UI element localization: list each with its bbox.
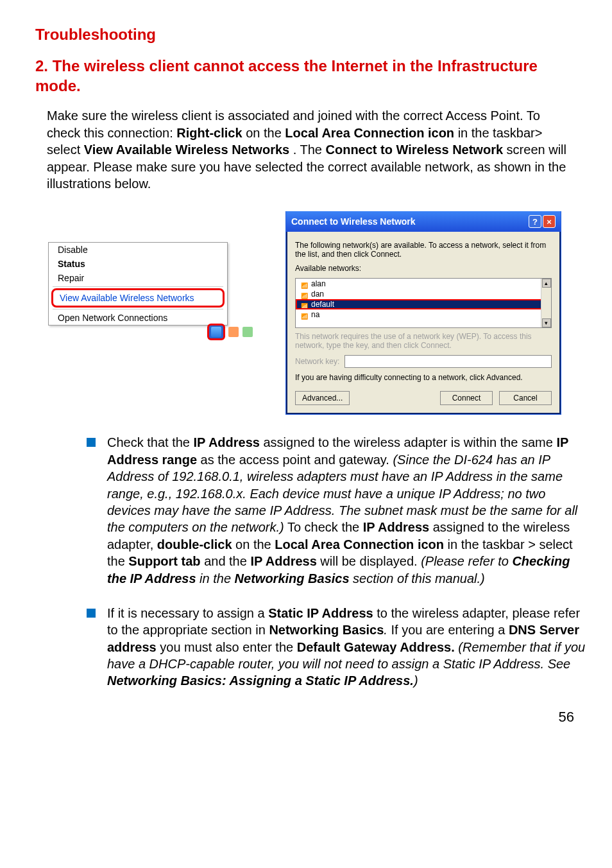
networks-listbox[interactable]: alan dan default na ▴ ▾: [295, 278, 552, 328]
t: you must also enter the: [157, 640, 297, 654]
i: (Please refer to: [421, 554, 512, 568]
i: in the: [196, 571, 235, 586]
heading-text: The wireless client cannot access the In…: [35, 57, 538, 94]
help-icon[interactable]: ?: [529, 215, 541, 228]
close-icon[interactable]: ×: [543, 215, 556, 228]
intro-bold: Connect to Wireless Network: [326, 143, 504, 157]
i: section of this manual.): [350, 571, 485, 586]
page-number: 56: [35, 709, 577, 725]
b: double-click: [157, 537, 232, 551]
cancel-button[interactable]: Cancel: [499, 391, 552, 405]
t: If it is necessary to assign a: [107, 606, 268, 620]
b: Static IP Address: [268, 606, 373, 620]
listbox-scrollbar[interactable]: ▴ ▾: [541, 279, 551, 327]
network-name: default: [311, 300, 334, 309]
i: ): [414, 673, 418, 688]
tray-icon[interactable]: [228, 327, 239, 337]
menu-item-disable[interactable]: Disable: [49, 243, 227, 257]
bullet-square-icon: [87, 438, 96, 447]
wep-text: This network requires the use of a netwo…: [295, 332, 552, 350]
network-name: alan: [311, 279, 326, 288]
t: will be displayed.: [317, 554, 421, 568]
menu-separator: [53, 286, 223, 287]
page-title: Troubleshooting: [35, 26, 577, 44]
b: IP Address: [194, 435, 260, 449]
t: Check that the: [107, 435, 194, 449]
dialog-body: The following network(s) are available. …: [286, 232, 561, 414]
context-menu: Disable Status Repair View Available Wir…: [48, 242, 228, 326]
network-item-selected[interactable]: default: [296, 299, 551, 309]
scroll-up-icon[interactable]: ▴: [542, 279, 551, 288]
scroll-down-icon[interactable]: ▾: [542, 318, 551, 327]
dialog-titlebar: Connect to Wireless Network ? ×: [286, 211, 561, 232]
b: Networking Basics: [269, 623, 384, 637]
intro-bold: Local Area Connection icon: [285, 126, 454, 140]
difficulty-text: If you are having difficulty connecting …: [295, 373, 552, 382]
network-item[interactable]: na: [296, 309, 551, 320]
bullet-square-icon: [87, 609, 96, 618]
intro-bold: Right-click: [176, 126, 242, 140]
intro-bold: View Available Wireless Networks: [84, 143, 289, 157]
bullet-text: Check that the IP Address assigned to th…: [107, 434, 587, 587]
heading-number: 2.: [35, 57, 48, 74]
menu-item-status[interactable]: Status: [49, 257, 227, 271]
connect-button[interactable]: Connect: [440, 391, 493, 405]
menu-item-view-networks[interactable]: View Available Wireless Networks: [51, 288, 225, 308]
network-name: dan: [311, 290, 324, 299]
bullet-item: If it is necessary to assign a Static IP…: [87, 605, 587, 690]
tray-icon[interactable]: [242, 327, 253, 337]
t: and the: [201, 554, 251, 568]
signal-icon: [301, 301, 307, 308]
available-networks-label: Available networks:: [295, 264, 552, 273]
network-item[interactable]: dan: [296, 289, 551, 299]
dialog-title: Connect to Wireless Network: [291, 216, 416, 227]
signal-icon: [301, 311, 307, 318]
connect-dialog: Connect to Wireless Network ? × The foll…: [285, 211, 561, 415]
network-icon[interactable]: [211, 327, 221, 337]
tray-highlight: [207, 324, 225, 340]
system-tray: [48, 324, 253, 340]
network-key-input[interactable]: [344, 355, 552, 368]
t: as the access point and gateway.: [197, 453, 393, 467]
bullet-list: Check that the IP Address assigned to th…: [87, 434, 587, 689]
menu-item-open-connections[interactable]: Open Network Connections: [49, 311, 227, 325]
bullet-text: If it is necessary to assign a Static IP…: [107, 605, 587, 690]
context-menu-screenshot: Disable Status Repair View Available Wir…: [48, 242, 253, 340]
network-name: na: [311, 310, 319, 319]
t: To check the: [284, 520, 363, 534]
t: If you are entering a: [387, 623, 509, 637]
b: IP Address: [250, 554, 316, 568]
b: Support tab: [128, 554, 200, 568]
menu-item-repair[interactable]: Repair: [49, 271, 227, 285]
b: Default Gateway Address.: [297, 640, 455, 654]
network-item[interactable]: alan: [296, 279, 551, 289]
signal-icon: [301, 281, 307, 287]
intro-paragraph: Make sure the wireless client is associa…: [47, 107, 577, 192]
signal-icon: [301, 291, 307, 297]
t: assigned to the wireless adapter is with…: [260, 435, 556, 449]
dialog-description: The following network(s) are available. …: [295, 241, 552, 259]
menu-separator: [53, 309, 223, 309]
bi: Networking Basics: Assigning a Static IP…: [107, 673, 414, 688]
bi: Networking Basics: [235, 571, 350, 586]
t: on the: [232, 537, 275, 551]
figures-row: Disable Status Repair View Available Wir…: [48, 211, 577, 415]
bullet-item: Check that the IP Address assigned to th…: [87, 434, 587, 587]
advanced-button[interactable]: Advanced...: [295, 391, 350, 405]
intro-text: . The: [293, 143, 326, 157]
intro-text: on the: [246, 126, 285, 140]
b: IP Address: [363, 520, 429, 534]
b: Local Area Connection icon: [275, 537, 444, 551]
section-heading: 2. The wireless client cannot access the…: [35, 56, 577, 96]
network-key-label: Network key:: [295, 357, 339, 366]
